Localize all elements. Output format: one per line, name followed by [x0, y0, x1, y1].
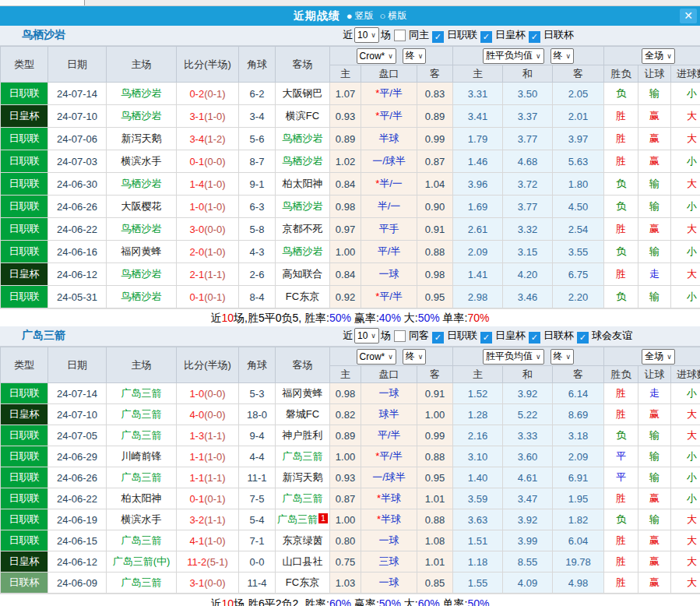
away-team-name[interactable]: 大阪钢巴 — [283, 87, 323, 99]
away-team-name[interactable]: 山口县社 — [283, 555, 323, 567]
away-team-name[interactable]: 鸟栖沙岩 — [283, 155, 323, 167]
home-team-name[interactable]: 广岛三箭 — [121, 408, 162, 420]
home-team-name[interactable]: 广岛三箭(中) — [113, 555, 171, 567]
avg-home-cell: 2.09 — [453, 241, 503, 263]
away-team-name[interactable]: 福冈黄蜂 — [283, 387, 323, 399]
home-team-name[interactable]: 鸟栖沙岩 — [121, 268, 162, 280]
home-team-name[interactable]: 广岛三箭 — [121, 387, 162, 399]
home-team-name[interactable]: 鸟栖沙岩 — [121, 223, 162, 234]
recent-games-select[interactable]: 10∨ — [354, 27, 379, 43]
avg-type-select[interactable]: 胜平负均值∨ — [483, 48, 544, 64]
league-cell: 日职联 — [1, 509, 48, 530]
away-team-name[interactable]: 广岛三箭 — [283, 492, 323, 504]
away-team-name[interactable]: 广岛三箭 — [283, 450, 323, 462]
close-icon[interactable]: ✕ — [680, 9, 697, 23]
home-team-name[interactable]: 广岛三箭 — [121, 534, 162, 546]
recent-games-select[interactable]: 10∨ — [354, 328, 379, 344]
away-team-name[interactable]: 京都不死 — [283, 223, 323, 234]
league-checkbox[interactable]: ✓ — [529, 31, 540, 43]
league-checkbox[interactable]: ✓ — [432, 332, 444, 344]
home-team-name[interactable]: 横滨水手 — [121, 155, 162, 167]
home-team-name[interactable]: 鸟栖沙岩 — [121, 178, 162, 189]
away-team-name[interactable]: FC东京 — [286, 291, 319, 302]
home-team-name[interactable]: 广岛三箭 — [121, 576, 162, 588]
col-home: 主场 — [107, 47, 177, 83]
away-team-name[interactable]: 神户胜利 — [283, 429, 323, 441]
league-label: 日皇杯 — [495, 29, 526, 41]
avg-final-select[interactable]: 终∨ — [551, 48, 575, 64]
away-odds-cell: 0.83 — [417, 83, 453, 105]
away-team-name[interactable]: 广岛三箭 — [277, 513, 318, 525]
home-team-name[interactable]: 福冈黄蜂 — [121, 245, 162, 257]
handicap-text: 一球 — [379, 387, 399, 399]
odds-final-select[interactable]: 终∨ — [403, 349, 427, 365]
away-team-name[interactable]: 横滨FC — [286, 110, 319, 122]
handicap-text: 一球 — [379, 576, 399, 588]
away-team-name[interactable]: 磐城FC — [286, 408, 319, 420]
home-team-name[interactable]: 鸟栖沙岩 — [121, 110, 162, 122]
scope-select[interactable]: 全场∨ — [642, 349, 675, 365]
away-team-cell: 山口县社 — [276, 551, 330, 573]
away-team-name[interactable]: 柏太阳神 — [283, 178, 323, 189]
date-cell: 24-06-26 — [48, 196, 107, 218]
summary-part: 赢率: — [351, 597, 379, 606]
home-odds-cell: 0.82 — [330, 404, 361, 425]
odds-final-select[interactable]: 终∨ — [403, 48, 427, 64]
odds-company-select[interactable]: Crow*∨ — [357, 48, 396, 64]
avg-draw-cell: 3.72 — [503, 173, 553, 196]
away-team-name[interactable]: 鸟栖沙岩 — [283, 245, 323, 257]
home-team-name[interactable]: 川崎前锋 — [121, 450, 162, 462]
league-checkbox[interactable]: ✓ — [529, 332, 540, 344]
home-team-cell: 横滨水手 — [107, 150, 177, 173]
league-checkbox[interactable]: ✓ — [480, 31, 492, 43]
full-time-score: 0-2 — [189, 88, 204, 100]
goals-result-cell: 小 — [671, 83, 700, 105]
summary-line: 近10场,胜5平0负5, 胜率:50% 赢率:40% 大:50% 单率:70% — [0, 308, 700, 326]
home-team-name[interactable]: 大阪樱花 — [121, 200, 162, 212]
col-result: 胜负 — [604, 366, 638, 383]
avg-type-select[interactable]: 胜平负均值∨ — [483, 349, 544, 365]
summary-part: 场,胜5平0负5, 胜率: — [234, 312, 329, 324]
avg-away-cell: 2.01 — [553, 105, 604, 128]
away-team-name[interactable]: 鸟栖沙岩 — [283, 132, 323, 144]
vertical-layout-label: 竖版 — [355, 9, 374, 23]
home-team-name[interactable]: 鸟栖沙岩 — [121, 291, 162, 302]
away-team-cell: 福冈黄蜂 — [276, 383, 330, 404]
avg-final-select[interactable]: 终∨ — [551, 349, 575, 365]
home-team-name[interactable]: 广岛三箭 — [121, 471, 162, 483]
league-checkbox[interactable]: ✓ — [432, 31, 444, 43]
scope-select[interactable]: 全场∨ — [642, 48, 675, 64]
home-odds-cell: 0.89 — [330, 425, 361, 446]
away-team-name[interactable]: 高知联合 — [283, 268, 323, 280]
handicap-result-cell: 赢 — [638, 573, 671, 594]
home-team-name[interactable]: 横滨水手 — [121, 513, 162, 525]
home-team-name[interactable]: 新泻天鹅 — [121, 132, 162, 144]
corners-cell: 7-1 — [239, 530, 276, 551]
date-cell: 24-07-14 — [48, 383, 107, 404]
handicap-cell: 球半 — [361, 404, 417, 425]
chevron-down-icon: ∨ — [566, 52, 572, 60]
col-away: 客场 — [276, 47, 330, 83]
same-venue-checkbox[interactable] — [394, 30, 406, 41]
home-team-name[interactable]: 柏太阳神 — [121, 492, 162, 504]
away-team-name[interactable]: FC东京 — [286, 576, 319, 588]
away-team-name[interactable]: 新泻天鹅 — [283, 471, 323, 483]
horizontal-layout-radio[interactable]: ○ 横版 — [380, 9, 407, 23]
away-team-name[interactable]: 鸟栖沙岩 — [283, 200, 323, 212]
league-checkbox[interactable]: ✓ — [577, 332, 589, 344]
date-cell: 24-07-03 — [48, 150, 107, 173]
same-venue-label: 同客 — [409, 329, 429, 343]
odds-company-select[interactable]: Crow*∨ — [357, 349, 396, 365]
home-team-name[interactable]: 广岛三箭 — [121, 429, 162, 441]
league-checkbox[interactable]: ✓ — [480, 332, 492, 344]
league-cell: 日职联 — [1, 467, 48, 488]
scope-group-header: 全场∨ — [604, 347, 700, 366]
full-time-score: 1-3 — [189, 430, 204, 442]
away-team-name[interactable]: 东京绿茵 — [283, 534, 323, 546]
vertical-layout-radio[interactable]: ● 竖版 — [346, 9, 374, 23]
result-cell: 胜 — [604, 128, 638, 150]
home-team-name[interactable]: 鸟栖沙岩 — [121, 87, 162, 99]
table-row: 日职联24-06-15广岛三箭4-1(1-0)7-1东京绿茵0.80一球1.08… — [1, 530, 700, 551]
league-cell: 日职联 — [1, 425, 48, 446]
same-venue-checkbox[interactable] — [394, 330, 406, 342]
